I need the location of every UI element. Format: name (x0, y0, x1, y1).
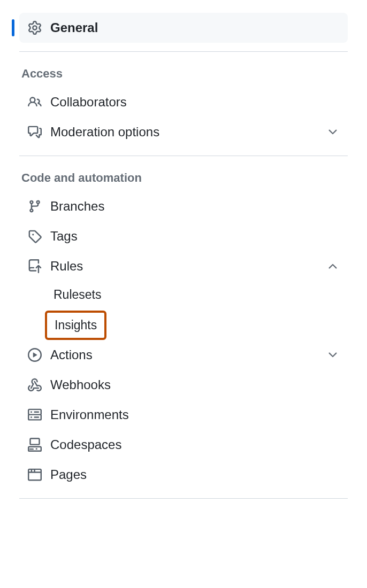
sidebar-subitem-rulesets[interactable]: Rulesets (45, 281, 110, 308)
sidebar-item-webhooks[interactable]: Webhooks (19, 370, 348, 400)
sidebar-item-label: Codespaces (50, 437, 339, 452)
tag-icon (28, 229, 42, 243)
sidebar-item-codespaces[interactable]: Codespaces (19, 430, 348, 460)
sidebar-item-actions[interactable]: Actions (19, 340, 348, 370)
divider (19, 498, 348, 499)
sidebar-item-environments[interactable]: Environments (19, 400, 348, 430)
sidebar-item-label: Tags (50, 229, 339, 244)
sidebar-item-tags[interactable]: Tags (19, 221, 348, 251)
sidebar-item-label: Environments (50, 407, 339, 422)
chevron-down-icon (326, 349, 339, 361)
git-branch-icon (28, 199, 42, 213)
gear-icon (28, 21, 42, 35)
people-icon (28, 95, 42, 109)
section-title-code-automation: Code and automation (19, 165, 348, 191)
sidebar-item-moderation[interactable]: Moderation options (19, 117, 348, 147)
browser-icon (28, 468, 42, 482)
sidebar-item-pages[interactable]: Pages (19, 460, 348, 490)
divider (19, 156, 348, 156)
comment-discussion-icon (28, 125, 42, 139)
webhook-icon (28, 378, 42, 392)
sidebar-item-label: Pages (50, 467, 339, 482)
play-icon (28, 348, 42, 362)
sidebar-item-label: Rules (50, 259, 318, 274)
chevron-down-icon (326, 126, 339, 138)
sidebar-item-rules[interactable]: Rules (19, 251, 348, 281)
codespaces-icon (28, 438, 42, 452)
divider (19, 51, 348, 52)
sidebar-item-label: Branches (50, 199, 339, 214)
sidebar-subitem-insights[interactable]: Insights (45, 311, 106, 340)
section-title-access: Access (19, 60, 348, 87)
server-icon (28, 408, 42, 422)
sidebar-item-general[interactable]: General (19, 13, 348, 43)
repo-push-icon (28, 259, 42, 273)
sidebar-item-label: Collaborators (50, 95, 339, 110)
sidebar-item-label: Actions (50, 347, 318, 362)
sidebar-item-label: General (50, 20, 339, 35)
chevron-up-icon (326, 260, 339, 273)
sidebar-item-collaborators[interactable]: Collaborators (19, 87, 348, 117)
sidebar-item-branches[interactable]: Branches (19, 191, 348, 221)
sidebar-item-label: Webhooks (50, 377, 339, 392)
sidebar-item-label: Moderation options (50, 125, 318, 140)
